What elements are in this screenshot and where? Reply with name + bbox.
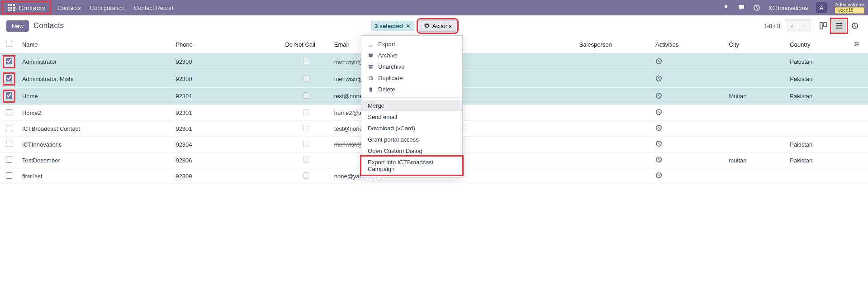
col-name[interactable]: Name [19,36,172,53]
kanban-view-button[interactable] [816,19,830,33]
cell-name: ICTBroadcast Contact [19,121,172,137]
cell-activities[interactable] [652,137,726,152]
cell-phone: 92309 [172,168,281,184]
cell-name: TestDesember [19,152,172,168]
cell-salesperson [575,121,652,137]
cell-name: Administrator, Mishi [19,71,172,88]
dropdown-item-export-into-ictbroadcast-campaign[interactable]: Export into ICTBroadcast Campaign [361,157,462,175]
svg-rect-8 [13,10,15,11]
nav-contact-report[interactable]: Contact Report [134,5,173,11]
nav-contacts[interactable]: Contacts [57,5,81,11]
cell-phone: 92301 [172,88,281,105]
company-name[interactable]: ICTInnovations [768,5,808,11]
dnc-checkbox[interactable] [303,75,309,81]
cell-salesperson [575,71,652,88]
cell-city: Multan [726,88,787,105]
dropdown-item-merge[interactable]: Merge [361,100,462,111]
cell-activities[interactable] [652,168,726,184]
col-country[interactable]: Country [786,36,868,53]
col-city[interactable]: City [726,36,787,53]
dropdown-item-archive[interactable]: Archive [361,50,462,61]
row-checkbox[interactable] [6,157,12,163]
row-checkbox[interactable] [6,172,12,179]
bug-icon[interactable] [722,4,730,11]
dropdown-item-delete[interactable]: Delete [361,84,462,95]
row-checkbox[interactable] [6,109,12,115]
select-all-checkbox[interactable] [6,41,12,47]
cell-dnc [281,168,330,184]
cell-activities[interactable] [652,88,726,105]
pager-next[interactable]: › [798,19,811,32]
activity-view-button[interactable] [848,19,862,33]
col-do-not-call[interactable]: Do Not Call [281,36,330,53]
apps-grid-icon [8,4,15,11]
row-checkbox-cell [0,121,19,137]
svg-rect-1 [10,4,12,6]
col-salesperson[interactable]: Salesperson [575,36,652,53]
pager-prev[interactable]: ‹ [786,19,798,32]
row-checkbox[interactable] [6,141,12,147]
cell-activities[interactable] [652,152,726,168]
dropdown-item-duplicate[interactable]: Duplicate [361,72,462,84]
actions-button[interactable]: Actions [419,20,457,32]
cell-activities[interactable] [652,71,726,88]
col-activities[interactable]: Activities [652,36,726,53]
clock-icon[interactable] [753,4,760,11]
user-name: Administrator [835,2,864,7]
header-checkbox-cell [0,36,19,53]
cell-dnc [281,71,330,88]
row-checkbox-cell [0,88,19,105]
actions-dropdown: ExportArchiveUnarchiveDuplicateDelete Me… [361,35,463,178]
dnc-checkbox[interactable] [303,172,309,179]
nav-links: Contacts Configuration Contact Report [57,5,173,11]
dropdown-item-send-email[interactable]: Send email [361,111,462,123]
svg-rect-0 [8,4,9,6]
dropdown-item-grant-portal-access[interactable]: Grant portal access [361,134,462,145]
row-checkbox-cell [0,53,19,71]
row-checkbox[interactable] [6,125,12,131]
cell-dnc [281,137,330,152]
row-checkbox[interactable] [6,58,12,64]
cell-salesperson [575,152,652,168]
dnc-checkbox[interactable] [303,92,309,99]
user-block[interactable]: Administrator odoo18 [835,2,864,14]
nav-configuration[interactable]: Configuration [90,5,125,11]
avatar[interactable]: A [816,2,827,13]
dnc-checkbox[interactable] [303,157,309,163]
cell-activities[interactable] [652,53,726,71]
dnc-checkbox[interactable] [303,141,309,147]
cell-activities[interactable] [652,121,726,137]
cell-phone: 92301 [172,121,281,137]
col-phone[interactable]: Phone [172,36,281,53]
svg-rect-21 [369,76,372,79]
app-switcher[interactable]: Contacts [2,1,51,14]
cell-country: Pakistan [786,137,868,152]
dnc-checkbox[interactable] [303,58,309,64]
clear-selection-icon[interactable]: ✕ [406,23,411,29]
adjust-columns-icon[interactable] [854,41,862,49]
chat-icon[interactable] [738,4,745,11]
cell-activities[interactable] [652,105,726,121]
dropdown-item-export[interactable]: Export [361,38,462,50]
dnc-checkbox[interactable] [303,109,309,115]
new-button[interactable]: New [6,20,29,32]
dnc-checkbox[interactable] [303,125,309,131]
svg-rect-10 [820,23,823,29]
cell-salesperson [575,53,652,71]
cell-country: Pakistan [786,71,868,88]
dropdown-item-download-vcard-[interactable]: Download (vCard) [361,123,462,134]
cell-salesperson [575,137,652,152]
row-checkbox[interactable] [6,75,12,81]
list-view-button[interactable] [832,19,846,33]
cell-country [786,121,868,137]
cell-phone: 92300 [172,71,281,88]
cell-country: Pakistan [786,152,868,168]
row-checkbox-cell [0,105,19,121]
breadcrumb: Contacts [33,21,64,30]
dropdown-item-unarchive[interactable]: Unarchive [361,61,462,72]
cell-country: Pakistan [786,53,868,71]
row-checkbox[interactable] [6,92,12,99]
view-switcher [816,18,862,34]
pager[interactable]: 1-8 / 8 [764,23,780,29]
db-badge: odoo18 [835,7,864,14]
